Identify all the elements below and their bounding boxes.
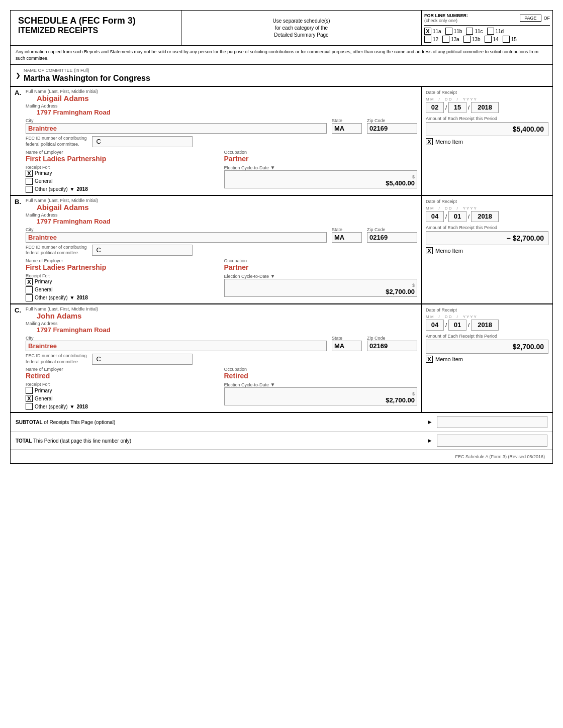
fec-id-label-a: FEC ID number of contributing federal po… — [26, 136, 87, 147]
fec-id-label-b: FEC ID number of contributing federal po… — [26, 245, 87, 256]
other-label-b: Other (specify) — [35, 295, 68, 300]
election-label-b: Election Cycle-to-Date ▼ — [224, 273, 418, 279]
occupation-b: Partner — [224, 263, 418, 271]
label-15: 15 — [511, 37, 517, 42]
other-label-a: Other (specify) — [35, 186, 68, 192]
other-year-b: 2018 — [76, 295, 87, 300]
primary-checkbox-a[interactable] — [26, 170, 33, 177]
header-left: SCHEDULE A (FEC Form 3) ITEMIZED RECEIPT… — [11, 11, 181, 45]
checkbox-11a[interactable] — [424, 28, 431, 35]
entry-left-c: C. Full Name (Last, First, Middle Initia… — [11, 304, 422, 412]
other-year-c: 2018 — [76, 404, 87, 409]
amount-section-c: Amount of Each Receipt this Period $2,70… — [426, 334, 548, 363]
checkbox-13b-row[interactable]: 13b — [463, 36, 481, 43]
fec-id-label-c: FEC ID number of contributing federal po… — [26, 353, 87, 365]
receipt-for-label-b: Receipt For: — [26, 273, 219, 278]
memo-row-c[interactable]: Memo Item — [426, 356, 548, 363]
checkbox-12[interactable] — [424, 36, 431, 43]
entry-right-a: Date of Receipt M M/D D/Y Y Y Y 02 / 15 … — [422, 87, 552, 194]
mailing-label-c: Mailing Address — [26, 321, 417, 326]
checkbox-14-row[interactable]: 14 — [485, 36, 499, 43]
mailing-label-a: Mailing Address — [26, 103, 417, 109]
checkbox-15[interactable] — [503, 36, 510, 43]
general-checkbox-c[interactable] — [26, 395, 33, 402]
form-header: SCHEDULE A (FEC Form 3) ITEMIZED RECEIPT… — [11, 11, 552, 46]
other-check-a[interactable]: Other (specify) ▼ 2018 — [26, 186, 219, 193]
committee-arrow-icon: ❯ — [16, 72, 21, 79]
primary-check-c[interactable]: Primary — [26, 387, 219, 394]
checkbox-11b-row[interactable]: 11b — [445, 28, 462, 35]
general-check-b[interactable]: General — [26, 286, 219, 293]
occupation-c: Retired — [224, 372, 418, 380]
amount-b: – $2,700.00 — [426, 231, 548, 245]
entry-letter-a: A. — [15, 89, 23, 96]
employer-label-a: Name of Employer — [26, 150, 219, 155]
other-checkbox-c[interactable] — [26, 403, 33, 410]
page-of: PAGE OF — [520, 15, 550, 22]
date-month-c: 04 — [426, 320, 444, 331]
primary-checkbox-c[interactable] — [26, 387, 33, 394]
of-label: OF — [544, 16, 550, 21]
memo-checkbox-c[interactable] — [426, 356, 433, 363]
checkbox-11a-row[interactable]: 11a — [424, 28, 441, 35]
primary-checkbox-b[interactable] — [26, 278, 33, 285]
date-box-a: 02 / 15 / 2018 — [426, 102, 548, 113]
primary-check-a[interactable]: Primary — [26, 170, 219, 177]
other-label-c: Other (specify) — [35, 404, 68, 409]
election-label-a: Election Cycle-to-Date ▼ — [224, 165, 418, 170]
checkbox-11d[interactable] — [487, 28, 494, 35]
other-checkbox-b[interactable] — [26, 294, 33, 301]
date-month-a: 02 — [426, 102, 444, 113]
total-arrow-icon: ► — [427, 437, 433, 444]
zip-label-a: Zip Code — [367, 118, 417, 123]
election-amount-c: $ $2,700.00 — [224, 387, 418, 405]
general-check-c[interactable]: General — [26, 395, 219, 402]
total-row: TOTAL This Period (last page this line n… — [11, 432, 552, 450]
general-label-a: General — [35, 178, 53, 184]
general-check-a[interactable]: General — [26, 178, 219, 185]
line-checkboxes: 11a 11b 11c 11d — [424, 28, 550, 43]
label-13b: 13b — [472, 37, 481, 42]
memo-row-b[interactable]: Memo Item — [426, 247, 548, 254]
subtotal-box — [437, 416, 547, 428]
checkbox-11b[interactable] — [445, 28, 452, 35]
election-label-c: Election Cycle-to-Date ▼ — [224, 382, 418, 387]
checkbox-11d-row[interactable]: 11d — [487, 28, 504, 35]
other-checkbox-a[interactable] — [26, 186, 33, 193]
memo-checkbox-a[interactable] — [426, 138, 433, 145]
label-11a: 11a — [433, 29, 441, 34]
other-year-a: 2018 — [76, 186, 87, 192]
memo-row-a[interactable]: Memo Item — [426, 138, 548, 145]
label-13a: 13a — [451, 37, 459, 42]
checkbox-13b[interactable] — [463, 36, 471, 43]
checkbox-12-row[interactable]: 12 — [424, 36, 438, 43]
zip-a: 02169 — [367, 123, 417, 134]
election-amount-b: $ $2,700.00 — [224, 279, 418, 297]
checkbox-11c[interactable] — [466, 28, 473, 35]
line-number-label: FOR LINE NUMBER: — [424, 13, 516, 18]
mailing-address-a: 1797 Framingham Road — [26, 109, 417, 116]
checkbox-15-row[interactable]: 15 — [503, 36, 517, 43]
entry-right-c: Date of Receipt M M/D D/Y Y Y Y 04 / 01 … — [422, 304, 552, 412]
fec-form-page: SCHEDULE A (FEC Form 3) ITEMIZED RECEIPT… — [10, 10, 553, 464]
occupation-a: Partner — [224, 155, 418, 163]
checkbox-14[interactable] — [485, 36, 492, 43]
checkbox-11c-row[interactable]: 11c — [466, 28, 483, 35]
primary-label-a: Primary — [35, 170, 52, 176]
state-label-b: State — [332, 227, 362, 232]
general-label-b: General — [35, 287, 53, 292]
date-box-b: 04 / 01 / 2018 — [426, 211, 548, 222]
checkbox-13a-row[interactable]: 13a — [442, 36, 459, 43]
primary-check-b[interactable]: Primary — [26, 278, 219, 285]
employer-label-b: Name of Employer — [26, 258, 219, 263]
general-checkbox-b[interactable] — [26, 286, 33, 293]
other-check-b[interactable]: Other (specify) ▼ 2018 — [26, 294, 219, 301]
date-year-b: 2018 — [471, 211, 499, 222]
zip-label-c: Zip Code — [367, 336, 417, 341]
zip-label-b: Zip Code — [367, 227, 417, 232]
fec-id-c: C — [92, 354, 193, 365]
other-check-c[interactable]: Other (specify) ▼ 2018 — [26, 403, 219, 410]
checkbox-13a[interactable] — [442, 36, 449, 43]
memo-checkbox-b[interactable] — [426, 247, 433, 254]
general-checkbox-a[interactable] — [26, 178, 33, 185]
